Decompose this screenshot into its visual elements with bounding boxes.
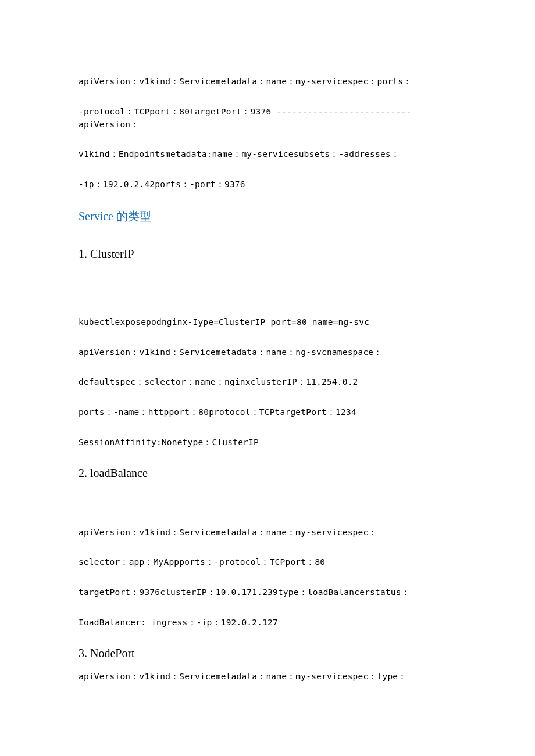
code-line: SessionAffinity:Nonetype：ClusterIP <box>79 436 456 449</box>
heading-loadbalance: 2. loadBalance <box>79 467 456 480</box>
code-line: kubectlexposepodnginx-Iype=ClusterIP—por… <box>79 316 456 329</box>
document-page: apiVersion：v1kind：Servicemetadata：name：m… <box>0 0 535 756</box>
heading-nodeport: 3. NodePort <box>79 647 456 660</box>
code-line: defaultspec：selector：name：nginxclusterIP… <box>79 376 456 389</box>
code-line: v1kind：Endpointsmetadata:name：my-service… <box>79 148 456 161</box>
code-line: apiVersion：v1kind：Servicemetadata：name：m… <box>79 526 456 539</box>
code-line: IoadBalancer: ingress：-ip：192.0.2.127 <box>79 617 456 629</box>
code-line: targetPort：9376clusterIP：10.0.171.239typ… <box>79 586 456 599</box>
code-line: -ip：192.0.2.42ports：-port：9376 <box>79 178 456 191</box>
code-line: apiVersion：v1kind：Servicemetadata：name：m… <box>79 671 456 683</box>
code-line: apiVersion：v1kind：Servicemetadata：name：m… <box>79 76 456 88</box>
heading-clusterip: 1. ClusterIP <box>79 248 456 261</box>
code-line: selector：app：MyAppports：-protocol：TCPpor… <box>79 556 456 569</box>
code-line: apiVersion：v1kind：Servicemetadata：name：n… <box>79 346 456 359</box>
code-line: -protocol：TCPport：80targetPort：9376 ----… <box>79 106 456 131</box>
code-line: ports：-name：httpport：80protocol：TCPtarge… <box>79 406 456 419</box>
section-heading-service-types: Service 的类型 <box>79 209 456 224</box>
